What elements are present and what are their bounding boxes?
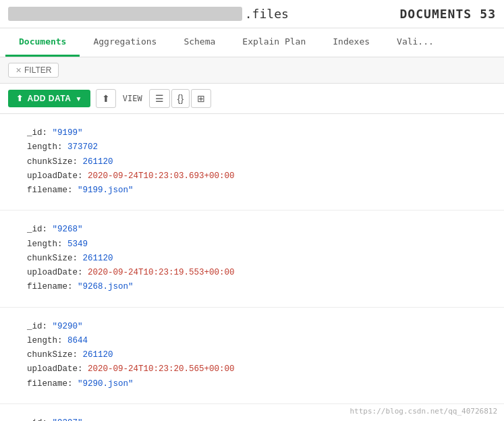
list-icon: ☰ <box>155 93 164 104</box>
list-view-button[interactable]: ☰ <box>149 89 170 108</box>
doc-chunksize-field: chunkSize: 261120 <box>27 348 477 362</box>
document-count-area: DOCUMENTS 53 <box>397 7 496 21</box>
doc-length-field: length: 8644 <box>27 334 477 348</box>
docs-count: 53 <box>480 7 496 21</box>
doc-uploaddate-field: uploadDate: 2020-09-24T10:23:20.565+00:0… <box>27 362 477 376</box>
documents-list: _id: "9199" length: 373702 chunkSize: 26… <box>0 114 504 421</box>
table-view-button[interactable]: ⊞ <box>191 89 211 108</box>
doc-filename-field: filename: "9199.json" <box>27 184 477 198</box>
doc-chunksize-field: chunkSize: 261120 <box>27 252 477 266</box>
blurred-part1 <box>8 7 242 21</box>
doc-uploaddate-field: uploadDate: 2020-09-24T10:23:03.693+00:0… <box>27 169 477 184</box>
header: .files DOCUMENTS 53 <box>0 0 504 28</box>
doc-filename-field: filename: "9290.json" <box>27 377 477 391</box>
add-data-label: ADD DATA <box>28 94 72 103</box>
dropdown-arrow-icon: ▼ <box>75 95 82 103</box>
title-suffix: .files <box>245 7 289 21</box>
tab-indexes[interactable]: Indexes <box>319 28 383 57</box>
table-icon: ⊞ <box>197 93 205 104</box>
tab-explain-plan[interactable]: Explain Plan <box>229 28 319 57</box>
toolbar: ⬆ ADD DATA ▼ ⬆ VIEW ☰ {} ⊞ <box>0 84 504 114</box>
tabs-bar: Documents Aggregations Schema Explain Pl… <box>0 28 504 57</box>
view-toggle: ☰ {} ⊞ <box>149 89 211 108</box>
json-icon: {} <box>177 93 184 104</box>
doc-length-field: length: 373702 <box>27 140 477 155</box>
doc-filename-field: filename: "9268.json" <box>27 280 477 294</box>
doc-uploaddate-field: uploadDate: 2020-09-24T10:23:19.553+00:0… <box>27 266 477 280</box>
doc-chunksize-field: chunkSize: 261120 <box>27 155 477 169</box>
document-item: _id: "9268" length: 5349 chunkSize: 2611… <box>0 210 504 307</box>
filter-button[interactable]: ✕ FILTER <box>8 63 59 78</box>
view-label: VIEW <box>123 94 142 103</box>
json-view-button[interactable]: {} <box>171 89 190 108</box>
close-icon: ✕ <box>16 66 22 75</box>
filter-bar: ✕ FILTER <box>0 57 504 84</box>
tab-validation[interactable]: Vali... <box>383 28 447 57</box>
export-icon: ⬆ <box>102 93 110 104</box>
tab-schema[interactable]: Schema <box>170 28 229 57</box>
export-button[interactable]: ⬆ <box>96 89 116 108</box>
doc-id-field: _id: "9297" <box>27 416 477 421</box>
filter-label: FILTER <box>24 65 51 75</box>
doc-length-field: length: 5349 <box>27 237 477 252</box>
tab-aggregations[interactable]: Aggregations <box>80 28 170 57</box>
document-item: _id: "9199" length: 373702 chunkSize: 26… <box>0 114 504 210</box>
docs-label: DOCUMENTS <box>400 7 472 21</box>
upload-icon: ⬆ <box>16 94 24 103</box>
add-data-button[interactable]: ⬆ ADD DATA ▼ <box>8 90 90 107</box>
watermark: https://blog.csdn.net/qq_40726812 <box>349 407 497 416</box>
doc-id-field: _id: "9290" <box>27 320 477 334</box>
tab-documents[interactable]: Documents <box>5 28 80 57</box>
doc-id-field: _id: "9199" <box>27 126 477 140</box>
document-item: _id: "9290" length: 8644 chunkSize: 2611… <box>0 308 504 404</box>
collection-title: .files <box>8 7 289 21</box>
doc-id-field: _id: "9268" <box>27 223 477 237</box>
